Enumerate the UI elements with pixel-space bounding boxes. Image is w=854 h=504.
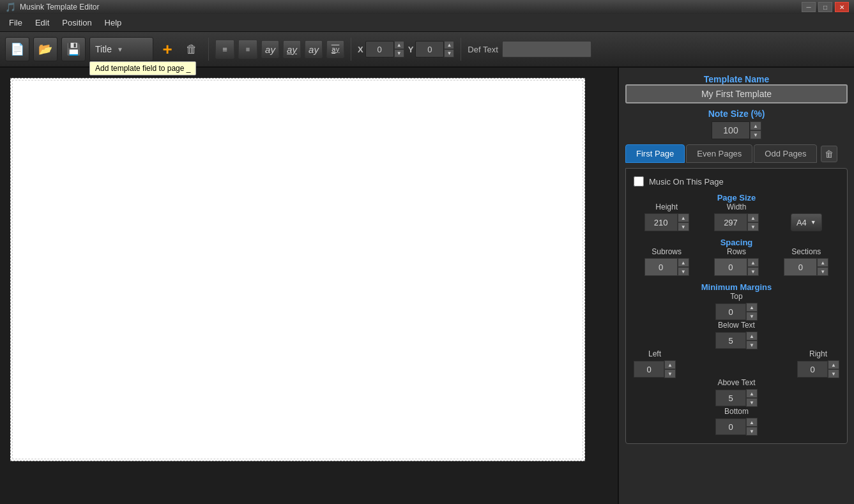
paper-size-group: A4 ▼ (774, 202, 839, 231)
bottom-group: Bottom ▲ ▼ (715, 407, 758, 436)
rows-down-button[interactable]: ▼ (747, 267, 759, 276)
y-up-button[interactable]: ▲ (444, 41, 454, 49)
subrows-input[interactable] (644, 258, 678, 276)
note-size-down-button[interactable]: ▼ (750, 130, 761, 139)
width-down-button[interactable]: ▼ (747, 222, 759, 231)
text-style-3-button[interactable]: ay (305, 40, 323, 58)
left-up-button[interactable]: ▲ (664, 360, 676, 369)
below-text-spinner: ▲ ▼ (746, 332, 758, 349)
tab-odd-pages[interactable]: Odd Pages (754, 144, 817, 163)
deftext-input[interactable] (502, 41, 591, 57)
close-icon: ✕ (839, 4, 844, 11)
rows-input[interactable] (714, 258, 747, 276)
right-up-button[interactable]: ▲ (828, 360, 839, 369)
paper-size-label (805, 202, 807, 211)
field-type-dropdown[interactable]: Title ▼ (89, 37, 153, 61)
text-style-4-button[interactable]: a̲y (326, 40, 344, 58)
width-input[interactable] (714, 213, 747, 231)
sections-input[interactable] (784, 258, 817, 276)
maximize-button[interactable]: □ (818, 2, 832, 12)
right-down-button[interactable]: ▼ (828, 369, 839, 378)
rows-up-button[interactable]: ▲ (747, 258, 759, 267)
note-size-title: Note Size (%) (708, 109, 765, 119)
y-coordinate-group: Y ▲ ▼ (408, 41, 455, 57)
paper-size-dropdown[interactable]: A4 ▼ (791, 213, 822, 231)
above-text-down-button[interactable]: ▼ (746, 398, 758, 407)
menu-position[interactable]: Position (56, 15, 98, 30)
toolbar: 📄 📂 💾 Title ▼ Add template field to page… (0, 32, 854, 68)
menu-edit[interactable]: Edit (29, 15, 56, 30)
below-text-up-button[interactable]: ▲ (746, 332, 758, 340)
add-field-button[interactable]: + (157, 39, 178, 59)
x-up-button[interactable]: ▲ (394, 41, 404, 49)
subrows-down-button[interactable]: ▼ (678, 267, 689, 276)
text-style-1-icon: ay (265, 44, 275, 55)
menu-help[interactable]: Help (98, 15, 128, 30)
subrows-up-button[interactable]: ▲ (678, 258, 689, 267)
toolbar-separator-2 (351, 38, 351, 61)
text-style-1-button[interactable]: ay (261, 40, 279, 58)
y-down-button[interactable]: ▼ (444, 49, 454, 57)
below-text-row: Below Text ▲ ▼ (634, 321, 839, 349)
left-input[interactable] (634, 361, 664, 378)
width-up-button[interactable]: ▲ (747, 213, 759, 222)
text-style-2-button[interactable]: ay (283, 40, 301, 58)
tab-even-pages[interactable]: Even Pages (686, 144, 752, 163)
below-text-label: Below Text (718, 321, 755, 330)
bottom-input[interactable] (715, 418, 746, 435)
top-input-row: ▲ ▼ (715, 303, 758, 321)
above-text-input[interactable] (715, 390, 746, 406)
note-size-up-button[interactable]: ▲ (750, 121, 761, 130)
rows-label: Rows (727, 247, 746, 256)
tab-first-page[interactable]: First Page (625, 144, 685, 163)
left-input-row: ▲ ▼ (634, 360, 676, 378)
y-input[interactable] (415, 41, 444, 57)
maximize-icon: □ (823, 4, 827, 11)
bottom-margin-row: Bottom ▲ ▼ (634, 407, 839, 436)
above-text-spinner: ▲ ▼ (746, 389, 758, 407)
align-left-button[interactable]: ≡ (215, 40, 234, 59)
height-spinner: ▲ ▼ (678, 213, 689, 231)
note-size-input[interactable] (712, 121, 750, 139)
left-down-button[interactable]: ▼ (664, 369, 676, 378)
height-input[interactable] (644, 213, 678, 231)
bottom-down-button[interactable]: ▼ (746, 427, 758, 436)
paper-size-value: A4 (797, 218, 807, 227)
template-name-input[interactable] (625, 84, 848, 103)
right-input[interactable] (797, 361, 828, 378)
above-text-row: Above Text ▲ ▼ (634, 378, 839, 407)
sections-up-button[interactable]: ▲ (817, 258, 828, 267)
height-up-button[interactable]: ▲ (678, 213, 689, 222)
subrows-label: Subrows (652, 247, 682, 256)
align-center-button[interactable]: ≡ (238, 40, 257, 59)
x-down-button[interactable]: ▼ (394, 49, 404, 57)
x-label: X (358, 45, 363, 54)
below-text-down-button[interactable]: ▼ (746, 340, 758, 349)
bottom-up-button[interactable]: ▲ (746, 418, 758, 427)
minimize-button[interactable]: ─ (802, 2, 816, 12)
note-size-input-group: ▲ ▼ (712, 121, 761, 139)
top-up-button[interactable]: ▲ (746, 303, 758, 312)
tab-delete-button[interactable]: 🗑 (821, 146, 837, 162)
new-button[interactable]: 📄 (5, 37, 29, 61)
sections-input-row: ▲ ▼ (784, 258, 828, 276)
below-text-input[interactable] (715, 332, 746, 349)
height-down-button[interactable]: ▼ (678, 222, 689, 231)
width-label: Width (727, 202, 747, 211)
above-text-input-row: ▲ ▼ (715, 389, 758, 407)
page-size-title: Page Size (634, 193, 839, 202)
delete-field-button[interactable]: 🗑 (181, 39, 202, 59)
min-margins-section: Minimum Margins Top ▲ ▼ (634, 282, 839, 436)
x-input[interactable] (365, 41, 394, 57)
top-input[interactable] (715, 303, 746, 320)
open-button[interactable]: 📂 (33, 37, 57, 61)
top-down-button[interactable]: ▼ (746, 312, 758, 321)
deftext-label: Def Text (468, 45, 498, 54)
save-button[interactable]: 💾 (61, 37, 86, 61)
left-group: Left ▲ ▼ (634, 349, 676, 378)
sections-down-button[interactable]: ▼ (817, 267, 828, 276)
menu-file[interactable]: File (3, 15, 29, 30)
above-text-up-button[interactable]: ▲ (746, 389, 758, 398)
music-on-page-checkbox[interactable] (634, 176, 644, 187)
close-button[interactable]: ✕ (835, 2, 849, 12)
